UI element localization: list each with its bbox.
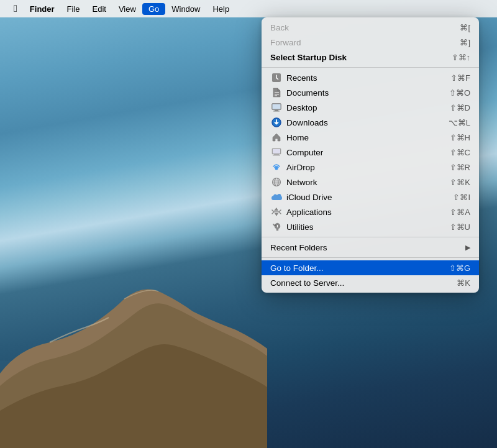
network-icon [270,177,283,187]
menu-item-connect-to-server[interactable]: Connect to Server... ⌘K [262,275,479,290]
home-icon [270,132,283,142]
utilities-icon [270,222,283,232]
downloads-icon [270,117,283,127]
menu-item-documents[interactable]: Documents ⇧⌘O [262,85,479,100]
computer-icon [270,148,283,157]
apple-menu[interactable]:  [7,2,24,16]
menu-item-icloud-drive[interactable]: iCloud Drive ⇧⌘I [262,190,479,204]
svg-rect-16 [273,155,280,156]
documents-icon [270,88,283,98]
menu-item-network[interactable]: Network ⇧⌘K [262,175,479,190]
file-menu[interactable]: File [61,3,86,15]
menu-item-select-startup-disk[interactable]: Select Startup Disk ⇧⌘↑ [262,50,479,65]
applications-icon [270,207,283,217]
menubar:  Finder File Edit View Go Window Help [0,0,497,17]
go-dropdown-menu: Back ⌘[ Forward ⌘] Select Startup Disk ⇧… [262,17,479,293]
menu-item-airdrop[interactable]: AirDrop ⇧⌘R [262,160,479,175]
menu-item-go-to-folder[interactable]: Go to Folder... ⇧⌘G [262,260,479,275]
menu-item-back[interactable]: Back ⌘[ [262,20,479,35]
desktop-icon [270,103,283,112]
finder-menu[interactable]: Finder [24,3,61,15]
svg-rect-8 [273,104,281,109]
menu-separator-3 [262,257,479,258]
svg-rect-15 [274,154,279,155]
menu-item-recent-folders[interactable]: Recent Folders ▶ [262,240,479,255]
menu-item-desktop[interactable]: Desktop ⇧⌘D [262,100,479,115]
svg-point-17 [275,167,278,170]
go-menu-trigger[interactable]: Go [142,3,165,15]
view-menu[interactable]: View [112,3,142,15]
menu-separator-1 [262,67,479,68]
help-menu[interactable]: Help [206,3,235,15]
menu-separator-2 [262,237,479,237]
svg-rect-14 [273,149,280,153]
svg-rect-9 [275,110,278,111]
menu-item-applications[interactable]: Applications ⇧⌘A [262,204,479,219]
menu-item-utilities[interactable]: Utilities ⇧⌘U [262,219,479,234]
menu-item-downloads[interactable]: Downloads ⌥⌘L [262,115,479,130]
svg-rect-10 [273,111,280,112]
airdrop-icon [270,162,283,172]
icloud-drive-icon [270,193,283,201]
menu-item-home[interactable]: Home ⇧⌘H [262,130,479,145]
menu-item-recents[interactable]: Recents ⇧⌘F [262,70,479,85]
edit-menu[interactable]: Edit [86,3,112,15]
menu-item-forward[interactable]: Forward ⌘] [262,35,479,50]
menu-item-computer[interactable]: Computer ⇧⌘C [262,145,479,160]
window-menu[interactable]: Window [165,3,206,15]
recents-icon [270,73,283,83]
